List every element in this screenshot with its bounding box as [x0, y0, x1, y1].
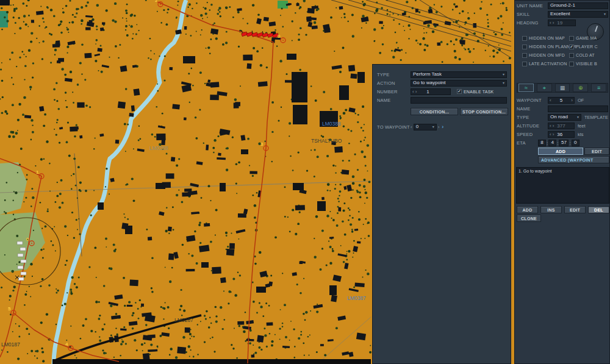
skill-dropdown[interactable]: Excellent ▾	[548, 11, 608, 18]
svg-text:LM0288: LM0288	[149, 145, 168, 151]
eta-seconds-input[interactable]: 0	[572, 140, 580, 146]
grid-icon[interactable]: ▦	[555, 84, 570, 92]
condition-button[interactable]: CONDITION...	[411, 108, 458, 115]
task-type-label: TYPE	[377, 72, 411, 77]
list-ins-button[interactable]: INS	[540, 206, 562, 213]
task-name-input[interactable]	[411, 97, 507, 104]
stepper-left-icon[interactable]: ‹	[411, 124, 412, 130]
checkbox-label: HIDDEN ON MFD	[529, 53, 565, 57]
checkbox-hidden-on-planner[interactable]: HIDDEN ON PLANNER	[522, 44, 576, 49]
svg-text:LM0388: LM0388	[322, 121, 341, 127]
to-waypoint-label: TO WAYPOINT	[377, 124, 411, 130]
speed-stepper[interactable]: ‹ › 36	[548, 131, 575, 138]
enable-task-checkbox[interactable]	[457, 89, 462, 94]
task-type-dropdown[interactable]: Perform Task ▾	[411, 71, 507, 78]
task-number-stepper[interactable]: ‹ › 1	[411, 88, 451, 95]
stepper-left-icon[interactable]: ‹	[412, 89, 414, 95]
unit-name-input[interactable]: Ground-2-1	[548, 2, 608, 9]
goto-waypoint-icon[interactable]: ›	[442, 124, 443, 130]
waypoint-type-dropdown[interactable]: On road ▾	[548, 114, 581, 121]
waypoint-name-label: NAME	[517, 106, 548, 112]
checkbox-game-master[interactable]: GAME MA	[569, 35, 609, 41]
task-action-dropdown[interactable]: Go to waypoint ▾	[411, 80, 507, 87]
crosshair-icon[interactable]: ⊕	[573, 84, 588, 92]
stepper-right-icon[interactable]: ›	[571, 98, 573, 103]
template-label[interactable]: TEMPLATE	[584, 115, 608, 120]
clone-button[interactable]: CLONE	[517, 215, 541, 222]
to-waypoint-dropdown[interactable]: 0 ▾	[414, 124, 437, 130]
svg-text:3: 3	[260, 141, 264, 147]
stepper-right-icon[interactable]: ›	[553, 123, 554, 129]
stepper-left-icon[interactable]: ‹	[550, 132, 551, 137]
list-edit-button[interactable]: EDIT	[564, 206, 586, 213]
checkbox-box[interactable]	[569, 53, 574, 58]
altitude-row: ALTITUDE ‹ › 377 feet	[517, 122, 608, 129]
svg-text:LM0187: LM0187	[1, 341, 20, 348]
heading-stepper[interactable]: ‹ › 19	[548, 20, 576, 26]
eta-days-input[interactable]: 8	[538, 140, 546, 146]
enable-task-label: ENABLE TASK	[464, 90, 493, 94]
targeting-icon[interactable]: ⌖	[537, 84, 552, 92]
checkbox-box[interactable]	[522, 36, 527, 41]
waypoint-name-row: NAME	[517, 105, 608, 112]
checkbox-hidden-on-map[interactable]: HIDDEN ON MAP	[522, 35, 565, 41]
svg-text:0: 0	[26, 237, 29, 242]
checkbox-cold-at-start[interactable]: COLD AT	[569, 52, 609, 58]
checkbox-box[interactable]	[569, 36, 574, 41]
checkbox-player-can[interactable]: PLAYER C	[569, 44, 609, 49]
eta-hours-input[interactable]: 4	[548, 140, 556, 146]
list-del-button[interactable]: DEL	[588, 206, 609, 213]
task-list-item[interactable]: 1. Go to waypoint	[518, 169, 607, 173]
altitude-unit-label: feet	[578, 123, 586, 129]
stepper-right-icon[interactable]: ›	[415, 89, 417, 95]
stepper-right-icon[interactable]: ›	[553, 20, 554, 26]
stepper-right-icon[interactable]: ›	[438, 124, 440, 130]
stop-condition-button[interactable]: STOP CONDITION...	[460, 108, 508, 115]
eta-separator	[547, 140, 548, 146]
stepper-left-icon[interactable]: ‹	[550, 123, 551, 129]
compass-needle-icon	[595, 26, 598, 32]
waypoint-stepper[interactable]: ‹ 5 ›	[548, 97, 575, 104]
svg-text:LM0387: LM0387	[347, 295, 366, 301]
checkbox-hidden-on-mfd[interactable]: HIDDEN ON MFD	[522, 52, 565, 58]
waypoint-number-value: 5	[560, 98, 562, 103]
eta-separator	[569, 140, 570, 146]
waypoint-row: WAYPOINT ‹ 5 › OF	[517, 96, 608, 104]
stepper-right-icon[interactable]: ›	[553, 132, 554, 137]
eta-separator	[557, 140, 558, 146]
route-icon[interactable]: ≈	[518, 84, 534, 92]
task-editor-panel: TYPE Perform Task ▾ ACTION Go to waypoin…	[372, 64, 511, 364]
checkbox-label: HIDDEN ON MAP	[529, 36, 565, 40]
task-number-value: 1	[426, 89, 429, 95]
task-number-row: NUMBER ‹ › 1 ENABLE TASK	[377, 88, 507, 95]
waypoint-name-input[interactable]	[548, 105, 608, 112]
task-list[interactable]: 1. Go to waypoint	[516, 167, 609, 204]
checkbox-box[interactable]	[569, 45, 574, 49]
waypoint-type-value: On road	[550, 114, 568, 120]
task-name-row: NAME	[377, 96, 507, 104]
eta-minutes-input[interactable]: 57	[559, 140, 569, 146]
stepper-left-icon[interactable]: ‹	[550, 98, 551, 103]
stepper-left-icon[interactable]: ‹	[550, 20, 551, 26]
waypoint-add-button[interactable]: ADD	[538, 148, 583, 155]
waypoint-toolbar: ≈ ⌖ ▦ ⊕ ≡	[517, 83, 608, 93]
checkbox-late-activation[interactable]: LATE ACTIVATION	[522, 61, 567, 66]
altitude-label: ALTITUDE	[517, 123, 548, 129]
unit-properties-panel: UNIT NAME Ground-2-1 SKILL Excellent ▾ H…	[514, 0, 610, 364]
checkbox-box[interactable]	[569, 62, 574, 66]
checkbox-box[interactable]	[522, 53, 527, 58]
skill-row: SKILL Excellent ▾	[517, 10, 608, 18]
checkbox-visible-before[interactable]: VISIBLE B	[569, 61, 609, 66]
list-add-button[interactable]: ADD	[517, 206, 538, 213]
list-icon[interactable]: ≡	[591, 84, 606, 92]
to-waypoint-value: 0	[416, 124, 418, 130]
speed-value: 36	[557, 132, 562, 137]
waypoint-edit-button[interactable]: EDIT	[584, 148, 609, 155]
advanced-waypoint-button[interactable]: ADVANCED (WAYPOINT	[538, 156, 609, 163]
checkbox-box[interactable]	[522, 45, 527, 49]
to-waypoint-row: TO WAYPOINT ‹ 0 ▾ › ›	[377, 123, 507, 130]
task-number-label: NUMBER	[377, 89, 411, 95]
checkbox-box[interactable]	[522, 62, 527, 66]
altitude-stepper[interactable]: ‹ › 377	[548, 123, 575, 129]
checkbox-label: PLAYER C	[576, 45, 598, 49]
